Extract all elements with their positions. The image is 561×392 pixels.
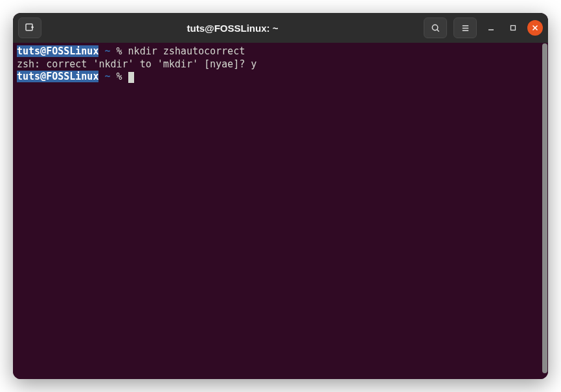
minimize-button[interactable]: [483, 20, 499, 36]
maximize-icon: [510, 25, 516, 31]
scrollbar[interactable]: [542, 43, 548, 379]
prompt-symbol: %: [117, 71, 122, 82]
prompt-symbol: %: [117, 45, 122, 57]
svg-point-3: [432, 25, 437, 30]
window-title: tuts@FOSSLinux: ~: [47, 23, 418, 34]
prompt-host: tuts@FOSSLinux: [17, 71, 98, 82]
menu-button[interactable]: [453, 17, 477, 38]
titlebar: tuts@FOSSLinux: ~: [13, 13, 548, 43]
search-button[interactable]: [424, 17, 447, 38]
terminal-line-1: tuts@FOSSLinux ~ % nkdir zshautocorrect: [17, 45, 544, 58]
terminal-body[interactable]: tuts@FOSSLinux ~ % nkdir zshautocorrect …: [13, 43, 548, 379]
titlebar-left: [18, 17, 41, 38]
search-icon: [431, 23, 441, 33]
command-text: nkdir zshautocorrect: [128, 45, 246, 57]
maximize-button[interactable]: [505, 20, 521, 36]
terminal-window: tuts@FOSSLinux: ~: [13, 13, 548, 379]
svg-line-4: [437, 29, 439, 31]
terminal-line-2: zsh: correct 'nkdir' to 'mkdir' [nyae]? …: [17, 58, 544, 71]
new-tab-icon: [25, 23, 35, 33]
hamburger-icon: [461, 23, 470, 33]
prompt-path: ~: [104, 71, 110, 82]
prompt-host: tuts@FOSSLinux: [17, 45, 98, 57]
new-tab-button[interactable]: [18, 17, 41, 38]
scrollbar-thumb[interactable]: [542, 43, 547, 373]
titlebar-right: [424, 17, 543, 38]
close-button[interactable]: [527, 20, 543, 36]
svg-rect-9: [511, 26, 516, 30]
prompt-path: ~: [104, 45, 110, 57]
close-icon: [532, 25, 538, 31]
minimize-icon: [488, 25, 494, 31]
terminal-line-3: tuts@FOSSLinux ~ %: [17, 71, 544, 84]
cursor: [128, 72, 134, 83]
output-text: zsh: correct 'nkdir' to 'mkdir' [nyae]? …: [17, 58, 257, 70]
